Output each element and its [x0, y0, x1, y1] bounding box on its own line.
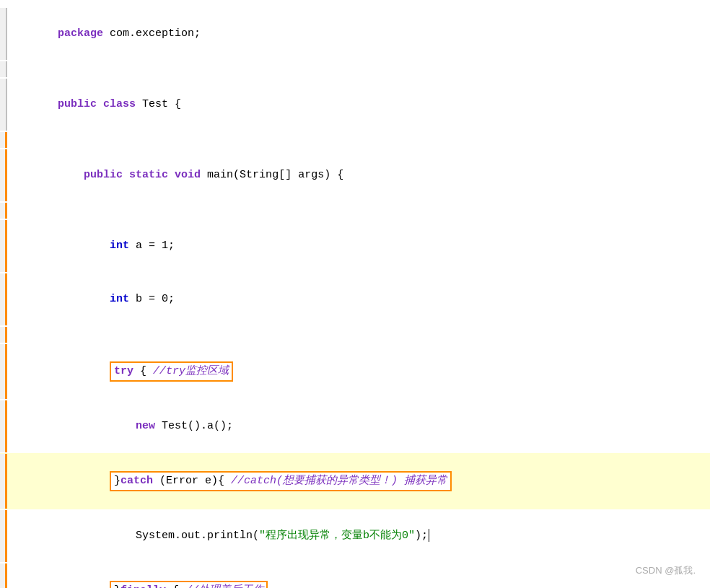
gutter-blank3: [0, 203, 7, 219]
content-new-test: new Test().a();: [13, 400, 710, 452]
box-try: try { //try监控区域: [110, 361, 233, 382]
box-finally: }finally { //处理善后工作: [110, 581, 268, 588]
gutter-class: [0, 79, 7, 131]
kw-void1: void: [175, 169, 201, 181]
keyword-package: package: [58, 27, 103, 40]
line-int-a: int a = 1;: [0, 219, 710, 273]
line-blank4: [0, 326, 710, 343]
kw-class: class: [103, 98, 136, 110]
kw-new: new: [136, 420, 155, 432]
kw-int-a: int: [110, 240, 129, 252]
watermark: CSDN @孤我.: [636, 564, 696, 577]
content-sysout-catch: System.out.println("程序出现异常，变量b不能为0");: [13, 510, 710, 562]
gutter-finally: [0, 563, 7, 588]
content-catch: }catch (Error e){ //catch(想要捕获的异常类型！) 捕获…: [13, 454, 710, 509]
line-catch: }catch (Error e){ //catch(想要捕获的异常类型！) 捕获…: [0, 453, 710, 509]
line-sysout-catch: System.out.println("程序出现异常，变量b不能为0");: [0, 509, 710, 563]
gutter-blank4: [0, 327, 7, 343]
gutter-main: [0, 149, 7, 201]
content-try: try { //try监控区域: [13, 344, 710, 399]
kw-public1: public: [58, 98, 97, 110]
string-catch: "程序出现异常，变量b不能为0": [259, 530, 415, 542]
line-new-test: new Test().a();: [0, 400, 710, 453]
line-class: public class Test {: [0, 78, 710, 131]
text-package: com.exception;: [103, 27, 201, 40]
gutter-sysout-catch: [0, 510, 7, 562]
kw-finally: finally: [120, 584, 166, 588]
content-class: public class Test {: [13, 79, 710, 131]
code-editor: package com.exception; public class Test…: [0, 0, 710, 588]
kw-public2: public: [84, 169, 123, 181]
content-finally: }finally { //处理善后工作: [13, 563, 710, 588]
line-try: try { //try监控区域: [0, 343, 710, 400]
comment-catch: //catch(想要捕获的异常类型！) 捕获异常: [231, 475, 447, 487]
content-int-b: int b = 0;: [13, 273, 710, 325]
line-finally: }finally { //处理善后工作: [0, 563, 710, 588]
line-package: package com.exception;: [0, 7, 710, 61]
kw-try: try: [114, 365, 133, 377]
gutter-catch: [0, 454, 7, 509]
line-blank3: [0, 202, 710, 219]
gutter-try: [0, 344, 7, 399]
content-1: package com.exception;: [13, 8, 710, 60]
kw-static: static: [129, 169, 168, 181]
content-main: public static void main(String[] args) {: [13, 149, 710, 201]
kw-catch: catch: [120, 475, 153, 487]
gutter-blank1: [0, 61, 7, 77]
line-int-b: int b = 0;: [0, 273, 710, 326]
cursor: [429, 529, 429, 542]
gutter-int-a: [0, 220, 7, 272]
content-int-a: int a = 1;: [13, 220, 710, 272]
line-main: public static void main(String[] args) {: [0, 149, 710, 202]
comment-try: //try监控区域: [153, 365, 229, 377]
gutter-1: [0, 8, 7, 60]
gutter-new-test: [0, 400, 7, 452]
comment-finally: //处理善后工作: [185, 584, 263, 588]
line-blank1: [0, 61, 710, 78]
box-catch: }catch (Error e){ //catch(想要捕获的异常类型！) 捕获…: [110, 471, 452, 491]
gutter-int-b: [0, 273, 7, 325]
line-blank2: [0, 131, 710, 149]
gutter-blank2: [0, 132, 7, 148]
kw-int-b: int: [110, 293, 129, 305]
